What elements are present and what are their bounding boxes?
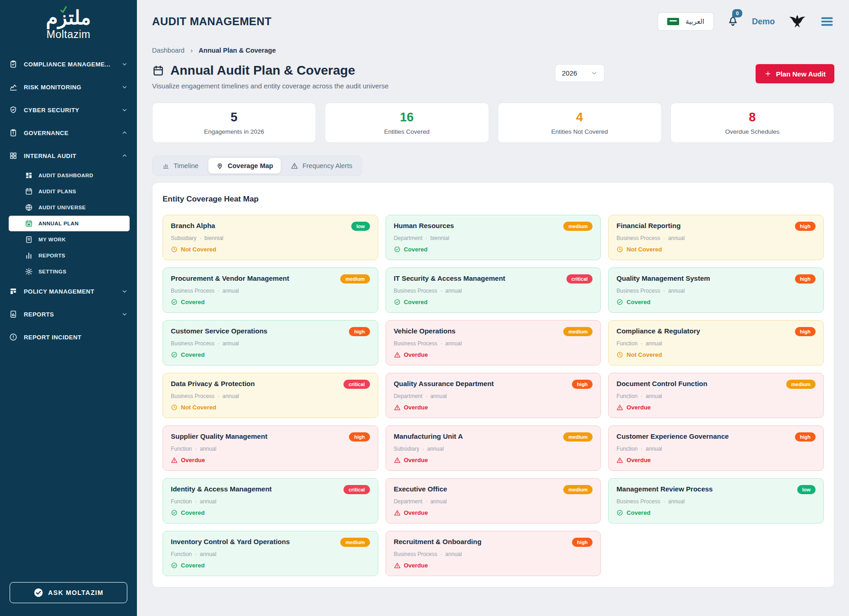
alert-triangle-icon: [171, 457, 178, 463]
stat-label: Entities Not Covered: [551, 128, 608, 135]
sidebar-item-risk-monitoring[interactable]: RISK MONITORING: [0, 76, 137, 98]
hamburger-menu-icon[interactable]: [820, 14, 834, 29]
plan-new-audit-button[interactable]: Plan New Audit: [756, 64, 834, 83]
sidebar-item-reports[interactable]: REPORTS: [0, 303, 137, 326]
tab-timeline[interactable]: Timeline: [154, 158, 206, 174]
entity-card-it-security-access-management[interactable]: IT Security & Access ManagementcriticalB…: [386, 267, 601, 313]
entity-card-customer-experience-governance[interactable]: Customer Experience GovernancehighFuncti…: [608, 425, 824, 471]
entity-card-supplier-quality-management[interactable]: Supplier Quality ManagementhighFunction …: [163, 425, 378, 471]
tab-frequency-alerts[interactable]: Frequency Alerts: [283, 158, 360, 174]
language-button[interactable]: العربية: [658, 12, 714, 31]
entity-card-management-review-process[interactable]: Management Review ProcesslowBusiness Pro…: [608, 478, 824, 523]
coverage-panel: Entity Coverage Heat Map Branch Alphalow…: [152, 182, 834, 588]
entity-card-quality-assurance-department[interactable]: Quality Assurance DepartmenthighDepartme…: [386, 373, 601, 418]
entity-card-human-resources[interactable]: Human ResourcesmediumDepartment · bienni…: [386, 215, 601, 260]
sidebar-subitem-my-work[interactable]: MY WORK: [9, 232, 130, 247]
entity-status-label: Overdue: [404, 404, 428, 411]
entity-meta: Function · annual: [171, 498, 370, 505]
stat-label: Engagements in 2026: [204, 128, 264, 135]
avatar-eagle-icon[interactable]: [788, 12, 807, 31]
entity-status-label: Covered: [181, 351, 205, 358]
entity-status: Overdue: [394, 351, 593, 358]
entity-meta: Subsidiary · annual: [394, 446, 593, 452]
document-icon: [25, 235, 33, 244]
entity-card-procurement-vendor-management[interactable]: Procurement & Vendor ManagementmediumBus…: [163, 267, 378, 313]
sidebar-item-policy-management[interactable]: POLICY MANAGEMENT: [0, 280, 137, 303]
check-circle-filled-icon: [33, 588, 44, 598]
entity-meta: Department · biennial: [394, 235, 593, 241]
sidebar-item-governance[interactable]: GOVERNANCE: [0, 121, 137, 144]
ask-moltazim-button[interactable]: ASK MOLTAZIM: [10, 582, 127, 603]
entity-status-label: Not Covered: [626, 246, 662, 253]
entity-card-vehicle-operations[interactable]: Vehicle OperationsmediumBusiness Process…: [386, 320, 601, 365]
risk-badge: high: [349, 432, 370, 442]
entity-status: Covered: [171, 509, 370, 516]
sidebar-item-label: POLICY MANAGEMENT: [24, 288, 94, 295]
language-label: العربية: [686, 17, 704, 26]
saudi-flag-icon: [667, 18, 679, 25]
tab-label: Coverage Map: [228, 162, 273, 169]
brand-logo: ملتزم Moltazim: [0, 0, 137, 41]
sidebar-subitem-audit-plans[interactable]: AUDIT PLANS: [9, 184, 130, 199]
sidebar-item-cyber-security[interactable]: CYBER SECURITY: [0, 98, 137, 121]
entity-card-compliance-regulatory[interactable]: Compliance & RegulatoryhighFunction · an…: [608, 320, 824, 365]
entity-card-data-privacy-protection[interactable]: Data Privacy & ProtectioncriticalBusines…: [163, 373, 378, 418]
dashboard-icon: [25, 171, 33, 180]
sidebar-subitem-reports[interactable]: REPORTS: [9, 248, 130, 263]
entity-card-customer-service-operations[interactable]: Customer Service OperationshighBusiness …: [163, 320, 378, 365]
chevron-down-icon: [121, 84, 128, 90]
entity-status: Covered: [171, 562, 370, 569]
entity-card-manufacturing-unit-a[interactable]: Manufacturing Unit AmediumSubsidiary · a…: [386, 425, 601, 471]
chevron-up-icon: [121, 153, 128, 159]
sidebar-item-label: REPORTS: [24, 311, 54, 318]
alert-circle-icon: [9, 333, 17, 341]
sidebar-subitem-audit-dashboard[interactable]: AUDIT DASHBOARD: [9, 168, 130, 183]
clock-icon: [171, 404, 178, 411]
notifications-button[interactable]: 0: [727, 15, 739, 29]
sidebar-subitem-audit-universe[interactable]: AUDIT UNIVERSE: [9, 200, 130, 215]
alert-triangle-icon: [616, 457, 623, 463]
breadcrumb-dashboard[interactable]: Dashboard: [152, 47, 185, 54]
entity-meta: Department · annual: [394, 498, 593, 505]
entity-meta: Business Process · annual: [616, 288, 816, 294]
year-select[interactable]: 2026: [555, 64, 604, 82]
clock-icon: [171, 246, 178, 253]
check-circle-icon: [171, 509, 178, 516]
entity-name: Customer Experience Governance: [616, 432, 729, 440]
sidebar-subitem-settings[interactable]: SETTINGS: [9, 264, 130, 279]
year-select-value: 2026: [562, 69, 577, 77]
entity-meta: Business Process · annual: [616, 235, 816, 241]
entity-card-executive-office[interactable]: Executive OfficemediumDepartment · annua…: [386, 478, 601, 523]
page-subtitle: Visualize engagement timelines and entit…: [152, 82, 555, 90]
entity-card-identity-access-management[interactable]: Identity & Access ManagementcriticalFunc…: [163, 478, 378, 523]
user-name[interactable]: Demo: [752, 17, 775, 27]
entity-status: Overdue: [394, 457, 593, 463]
sidebar-item-report-incident[interactable]: REPORT INCIDENT: [0, 326, 137, 349]
sidebar-item-label: COMPLIANCE MANAGEME...: [24, 61, 110, 68]
entity-card-financial-reporting[interactable]: Financial ReportinghighBusiness Process …: [608, 215, 824, 260]
sidebar-item-internal-audit[interactable]: INTERNAL AUDIT: [0, 144, 137, 167]
sidebar-subitem-annual-plan[interactable]: ANNUAL PLAN: [9, 216, 130, 231]
clipboard-check-icon: [9, 60, 17, 68]
entity-card-inventory-control-yard-operations[interactable]: Inventory Control & Yard Operationsmediu…: [163, 531, 378, 576]
entity-card-branch-alpha[interactable]: Branch AlphalowSubsidiary · biennialNot …: [163, 215, 378, 260]
page-title: Annual Audit Plan & Coverage: [152, 63, 555, 78]
tab-coverage-map[interactable]: Coverage Map: [208, 158, 281, 174]
coverage-grid: Branch AlphalowSubsidiary · biennialNot …: [163, 215, 824, 576]
entity-card-quality-management-system[interactable]: Quality Management SystemhighBusiness Pr…: [608, 267, 824, 313]
check-circle-icon: [171, 299, 178, 305]
alert-triangle-icon: [394, 457, 401, 463]
entity-card-document-control-function[interactable]: Document Control FunctionmediumFunction …: [608, 373, 824, 418]
entity-status-label: Overdue: [626, 457, 651, 463]
entity-status: Covered: [171, 299, 370, 305]
calendar-icon: [25, 187, 33, 196]
columns-icon: [9, 287, 17, 295]
topbar-actions: العربية 0 Demo: [658, 12, 834, 31]
risk-badge: critical: [566, 274, 593, 283]
entity-status-label: Covered: [181, 299, 205, 305]
entity-status-label: Not Covered: [181, 246, 216, 253]
entity-card-recruitment-onboarding[interactable]: Recruitment & OnboardinghighBusiness Pro…: [386, 531, 601, 576]
sidebar-item-compliance-manageme[interactable]: COMPLIANCE MANAGEME...: [0, 53, 137, 76]
app-root: ملتزم Moltazim COMPLIANCE MANAGEME...RIS…: [0, 0, 849, 616]
entity-meta: Function · annual: [616, 446, 816, 452]
